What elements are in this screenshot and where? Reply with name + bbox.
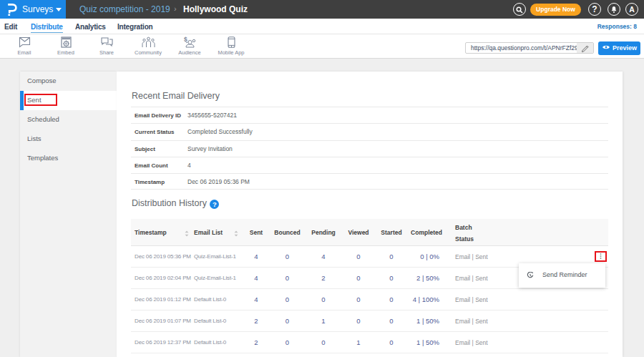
svg-text:$: $ bbox=[184, 36, 187, 43]
